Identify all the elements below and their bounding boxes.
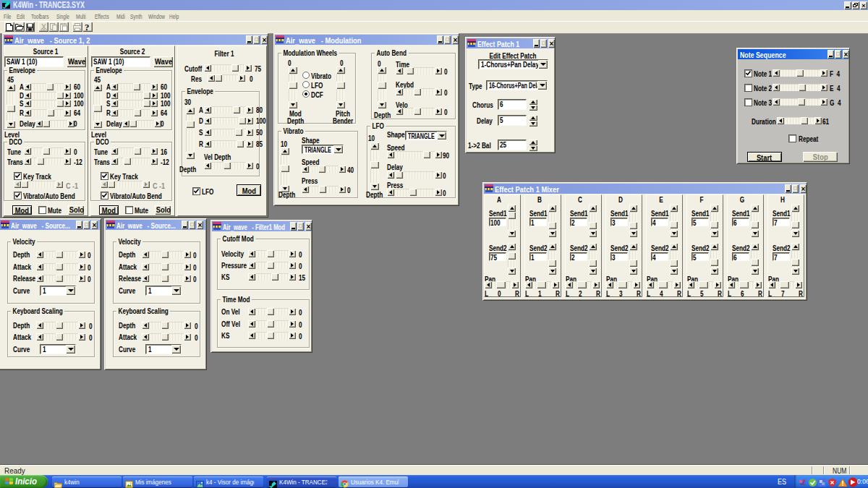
svg-text:?: ? bbox=[85, 22, 90, 32]
